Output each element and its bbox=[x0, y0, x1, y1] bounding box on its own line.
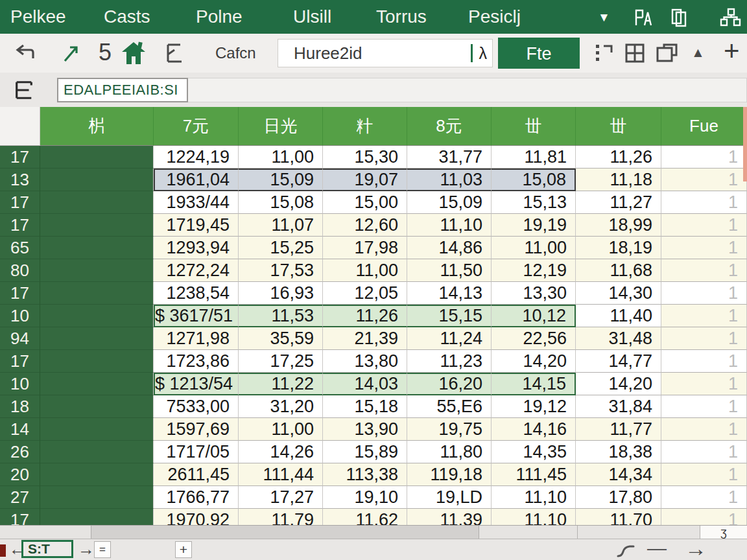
grid-cell[interactable]: 18,99 bbox=[576, 214, 661, 237]
grid-cell[interactable]: 1597,69 bbox=[154, 418, 239, 441]
grid-cell[interactable]: 119,18 bbox=[407, 463, 492, 486]
zoom-mode-icon[interactable] bbox=[616, 542, 635, 558]
grid-cell[interactable]: 12,60 bbox=[323, 214, 407, 237]
grid-cell[interactable]: 55,E6 bbox=[407, 395, 492, 418]
grid-cell[interactable]: 11,53 bbox=[239, 305, 323, 327]
sheet-tab[interactable]: S:T bbox=[21, 540, 73, 558]
book-icon[interactable] bbox=[633, 7, 654, 28]
grid-cell[interactable]: 1 bbox=[661, 327, 747, 350]
grid-cell[interactable]: 10,12 bbox=[492, 305, 576, 327]
grid-cell[interactable]: 1933/44 bbox=[154, 191, 239, 214]
grid-cell[interactable]: 11,26 bbox=[576, 146, 661, 169]
grid-cell[interactable]: 14,20 bbox=[492, 350, 576, 373]
column-header[interactable]: 丗 bbox=[492, 107, 576, 146]
column-header[interactable]: Fue bbox=[661, 107, 747, 146]
grid-cell[interactable]: 15,30 bbox=[323, 146, 407, 169]
row-number[interactable]: 17 bbox=[0, 509, 40, 525]
grid-cell[interactable]: 11,00 bbox=[239, 146, 323, 169]
grid-cell[interactable]: 17,27 bbox=[239, 486, 323, 509]
grid-cell-empty[interactable] bbox=[40, 418, 154, 441]
vertical-scrollbar[interactable] bbox=[743, 107, 747, 181]
grid-cell[interactable]: 17,53 bbox=[239, 259, 323, 282]
grid-cell[interactable]: 14,77 bbox=[576, 350, 661, 373]
grid-cell[interactable]: 7533,00 bbox=[154, 395, 239, 418]
home-icon[interactable] bbox=[121, 41, 147, 65]
menu-item-2[interactable]: Casts bbox=[104, 0, 150, 34]
row-number[interactable]: 80 bbox=[0, 259, 40, 282]
column-header[interactable]: 㭊 bbox=[40, 107, 154, 146]
grid-cell-empty[interactable] bbox=[40, 327, 154, 350]
grid-cell[interactable]: 1 bbox=[661, 146, 747, 169]
grid-cell-empty[interactable] bbox=[40, 441, 154, 463]
row-number[interactable]: 20 bbox=[0, 463, 40, 486]
grid-cell[interactable]: 111,45 bbox=[492, 463, 576, 486]
grid-cell[interactable]: 1224,19 bbox=[154, 146, 239, 169]
search-input[interactable]: Huree2id λ bbox=[278, 39, 493, 67]
grid-cell[interactable]: 14,03 bbox=[323, 373, 407, 395]
grid-cell[interactable]: 15,18 bbox=[323, 395, 407, 418]
borders-icon[interactable] bbox=[163, 43, 185, 64]
grid-cell[interactable]: 11,77 bbox=[576, 418, 661, 441]
add-icon[interactable]: + bbox=[724, 34, 740, 73]
grid-cell[interactable]: 15,89 bbox=[323, 441, 407, 463]
menu-item-4[interactable]: Ulsill bbox=[293, 0, 331, 34]
grid-cell[interactable]: 16,20 bbox=[407, 373, 492, 395]
scrollbar-thumb[interactable] bbox=[91, 526, 479, 539]
grid-cell[interactable]: 11,24 bbox=[407, 327, 492, 350]
grid-cell[interactable]: 1293,94 bbox=[154, 237, 239, 259]
grid-cell[interactable]: 11,62 bbox=[323, 509, 407, 525]
grid-cell[interactable]: 11,10 bbox=[492, 486, 576, 509]
grid-cell[interactable]: 19,19 bbox=[492, 214, 576, 237]
grid-cell[interactable]: 15,25 bbox=[239, 237, 323, 259]
grid-cell[interactable]: 11,10 bbox=[407, 214, 492, 237]
formula-icon[interactable] bbox=[13, 80, 35, 100]
grid-cell[interactable]: 11,70 bbox=[576, 509, 661, 525]
grid-cell[interactable]: 13,80 bbox=[323, 350, 407, 373]
grid-cell-empty[interactable] bbox=[40, 259, 154, 282]
grid-cell[interactable]: 1961,04 bbox=[154, 169, 239, 191]
grid-cell[interactable]: 17,80 bbox=[576, 486, 661, 509]
grid-cell[interactable]: 1271,98 bbox=[154, 327, 239, 350]
grid-cell[interactable]: 14,13 bbox=[407, 282, 492, 305]
grid-cell[interactable]: 21,39 bbox=[323, 327, 407, 350]
grid-cell-empty[interactable] bbox=[40, 282, 154, 305]
grid-cell-empty[interactable] bbox=[40, 214, 154, 237]
grid-cell-empty[interactable] bbox=[40, 169, 154, 191]
grid-cell[interactable]: 1272,24 bbox=[154, 259, 239, 282]
grid-cell-empty[interactable] bbox=[40, 486, 154, 509]
chevron-down-icon[interactable]: ▼ bbox=[598, 0, 610, 34]
grid-cell[interactable]: 15,00 bbox=[323, 191, 407, 214]
grid-cell[interactable]: 1 bbox=[661, 509, 747, 525]
row-number[interactable]: 17 bbox=[0, 191, 40, 214]
grid-cell[interactable]: 15,13 bbox=[492, 191, 576, 214]
table-insert-icon[interactable] bbox=[655, 43, 677, 64]
column-header[interactable]: 丗 bbox=[576, 107, 661, 146]
grid-cell[interactable]: 19,LD bbox=[407, 486, 492, 509]
grid-cell[interactable]: 15,09 bbox=[239, 169, 323, 191]
grid-cell[interactable]: 1717/05 bbox=[154, 441, 239, 463]
grid-cell[interactable]: 1 bbox=[661, 395, 747, 418]
grid-cell[interactable]: 15,09 bbox=[407, 191, 492, 214]
sheet-menu-button[interactable]: = bbox=[94, 541, 111, 558]
row-number[interactable]: 17 bbox=[0, 214, 40, 237]
grid-cell-empty[interactable] bbox=[40, 395, 154, 418]
grid-cell[interactable]: 1 bbox=[661, 191, 747, 214]
grid-cell[interactable]: 1723,86 bbox=[154, 350, 239, 373]
grid-cell[interactable]: 19,07 bbox=[323, 169, 407, 191]
grid-cell[interactable]: 15,08 bbox=[492, 169, 576, 191]
grid-cell[interactable]: 17,98 bbox=[323, 237, 407, 259]
column-header[interactable]: 籵 bbox=[323, 107, 407, 146]
column-header[interactable]: 8元 bbox=[407, 107, 492, 146]
grid-cell[interactable]: 18,19 bbox=[576, 237, 661, 259]
grid-cell[interactable]: 1 bbox=[661, 486, 747, 509]
column-header[interactable]: 日光 bbox=[239, 107, 323, 146]
grid-cell[interactable]: 14,16 bbox=[492, 418, 576, 441]
row-number[interactable]: 65 bbox=[0, 237, 40, 259]
grid-cell[interactable]: 12,19 bbox=[492, 259, 576, 282]
grid-cell[interactable]: 11,39 bbox=[407, 509, 492, 525]
row-number[interactable]: 26 bbox=[0, 441, 40, 463]
grid-cell[interactable]: 1 bbox=[661, 214, 747, 237]
zoom-out-icon[interactable]: — bbox=[647, 539, 667, 560]
grid-cell[interactable]: 1 bbox=[661, 350, 747, 373]
horizontal-scrollbar[interactable]: ʒ bbox=[0, 525, 747, 539]
